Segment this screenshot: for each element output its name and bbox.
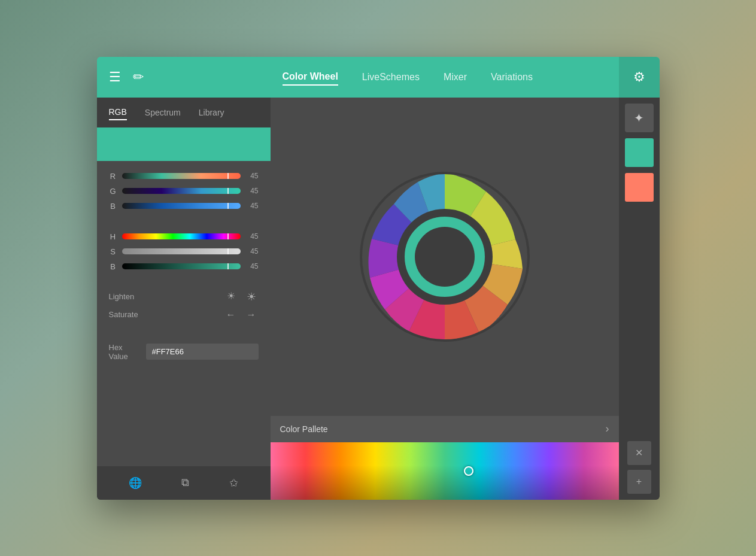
lighten-increase-btn[interactable]: ☀ — [244, 290, 259, 303]
saturate-controls: ← → — [224, 309, 259, 320]
slider-h-label: H — [109, 232, 117, 241]
lighten-row: Lighten ☀ ☀ — [109, 290, 259, 303]
add-palette-btn[interactable]: + — [627, 470, 651, 494]
tab-library[interactable]: Library — [199, 105, 224, 120]
slider-b-track[interactable] — [122, 203, 241, 209]
slider-h-value: 45 — [245, 232, 259, 241]
menu-icon[interactable]: ☰ — [109, 69, 121, 85]
slider-g-value: 45 — [245, 187, 259, 195]
color-slot-1[interactable] — [625, 138, 654, 167]
saturate-decrease-btn[interactable]: ← — [224, 309, 238, 320]
saturate-label: Saturate — [109, 310, 138, 319]
palette-bar: Color Pallete › — [271, 416, 619, 500]
header-left: ☰ ✏ — [97, 69, 271, 85]
slider-b2-track[interactable] — [122, 263, 241, 269]
tab-spectrum[interactable]: Spectrum — [145, 105, 181, 120]
hsb-sliders: H 45 S 45 B — [97, 230, 271, 282]
app-window: ☰ ✏ Color Wheel LiveSchemes Mixer Variat… — [97, 57, 660, 500]
color-wheel-svg[interactable] — [349, 161, 541, 353]
saturate-increase-btn[interactable]: → — [244, 309, 259, 320]
slider-b2-label: B — [109, 262, 117, 271]
color-swatch — [97, 127, 271, 161]
sidebar: RGB Spectrum Library R 45 G — [97, 98, 271, 500]
slider-row-s: S 45 — [109, 247, 259, 256]
slider-row-h: H 45 — [109, 232, 259, 241]
copy-icon[interactable]: ⧉ — [181, 476, 189, 489]
wheel-area[interactable] — [271, 98, 619, 416]
slider-s-label: S — [109, 247, 117, 256]
lighten-saturate-section: Lighten ☀ ☀ Saturate ← → — [97, 282, 271, 335]
slider-b-value: 45 — [245, 202, 259, 210]
sidebar-footer: 🌐 ⧉ ✩ — [97, 466, 271, 500]
main-body: RGB Spectrum Library R 45 G — [97, 98, 660, 500]
slider-r-label: R — [109, 172, 117, 181]
right-panel: ✦ ✕ + — [619, 98, 660, 500]
palette-title: Color Pallete — [280, 424, 328, 434]
lighten-label: Lighten — [109, 292, 135, 301]
slider-g-label: G — [109, 187, 117, 196]
globe-icon[interactable]: 🌐 — [129, 476, 142, 490]
slider-row-r: R 45 — [109, 172, 259, 181]
rgb-sliders: R 45 G 45 B — [97, 161, 271, 221]
palette-header: Color Pallete › — [271, 416, 619, 442]
lighten-decrease-btn[interactable]: ☀ — [224, 290, 238, 303]
color-slot-2[interactable] — [625, 173, 654, 202]
header: ☰ ✏ Color Wheel LiveSchemes Mixer Variat… — [97, 57, 660, 98]
color-wheel[interactable] — [349, 161, 541, 353]
slider-s-value: 45 — [245, 247, 259, 256]
palette-expand-btn[interactable]: › — [606, 423, 609, 435]
star-icon: ✦ — [634, 111, 644, 125]
slider-b-label: B — [109, 202, 117, 211]
hex-label: Hex Value — [109, 343, 138, 361]
tab-mixer[interactable]: Mixer — [444, 69, 467, 85]
tab-rgb[interactable]: RGB — [109, 105, 127, 120]
hex-input[interactable] — [146, 344, 259, 360]
sidebar-tabs: RGB Spectrum Library — [97, 98, 271, 127]
lighten-controls: ☀ ☀ — [224, 290, 259, 303]
star-button[interactable]: ✦ — [625, 104, 654, 132]
slider-row-b: B 45 — [109, 202, 259, 211]
slider-g-track[interactable] — [122, 188, 241, 194]
palette-gradient[interactable] — [271, 442, 619, 500]
palette-cursor[interactable] — [464, 466, 473, 476]
close-palette-btn[interactable]: ✕ — [627, 441, 651, 465]
header-nav: Color Wheel LiveSchemes Mixer Variations — [271, 69, 619, 86]
tab-color-wheel[interactable]: Color Wheel — [283, 69, 338, 86]
svg-point-2 — [415, 227, 475, 287]
settings-button[interactable]: ⚙ — [619, 57, 660, 98]
slider-b2-value: 45 — [245, 262, 259, 271]
slider-s-track[interactable] — [122, 248, 241, 254]
slider-r-track[interactable] — [122, 173, 241, 179]
saturate-row: Saturate ← → — [109, 309, 259, 320]
palette-gradient-overlay — [271, 442, 619, 500]
slider-row-g: G 45 — [109, 187, 259, 196]
slider-h-track[interactable] — [122, 233, 241, 239]
tab-variations[interactable]: Variations — [491, 69, 533, 85]
slider-r-value: 45 — [245, 172, 259, 180]
eyedropper-icon[interactable]: ✏ — [133, 69, 144, 85]
tab-live-schemes[interactable]: LiveSchemes — [362, 69, 420, 85]
close-icon: ✕ — [635, 447, 643, 458]
hex-section: Hex Value — [97, 335, 271, 369]
settings-icon: ⚙ — [633, 69, 645, 85]
slider-row-b2: B 45 — [109, 262, 259, 271]
bookmark-icon[interactable]: ✩ — [229, 476, 238, 490]
add-icon: + — [636, 476, 642, 487]
main-content: Color Pallete › — [271, 98, 619, 500]
right-panel-bottom: ✕ + — [627, 441, 651, 500]
